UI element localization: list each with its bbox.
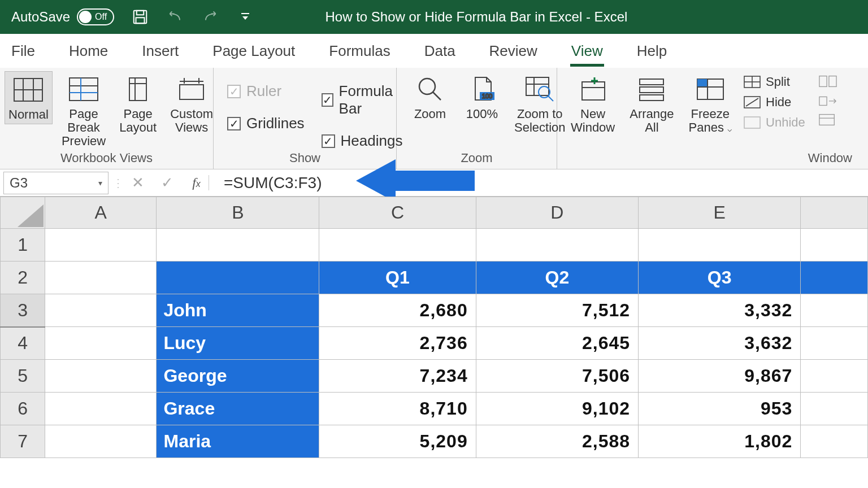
table-cell[interactable]: 7,506 (476, 360, 638, 393)
page-break-preview-button[interactable]: Page Break Preview (58, 71, 109, 151)
col-header-C[interactable]: C (319, 197, 476, 229)
row-header-7[interactable]: 7 (1, 425, 45, 458)
table-cell[interactable]: 5,209 (319, 425, 476, 458)
fx-icon[interactable]: fx (184, 175, 209, 190)
table-cell[interactable]: 9,867 (639, 360, 801, 393)
table-row-name[interactable]: Grace (157, 393, 319, 425)
svg-text:100: 100 (482, 93, 492, 99)
cell[interactable] (639, 229, 801, 262)
cell[interactable] (801, 425, 868, 458)
cell[interactable] (476, 229, 638, 262)
document-title: How to Show or Hide Formula Bar in Excel… (325, 9, 627, 25)
col-header-B[interactable]: B (157, 197, 319, 229)
page-layout-button[interactable]: Page Layout (115, 71, 161, 137)
table-cell[interactable]: 9,102 (476, 393, 638, 425)
split-button[interactable]: Split (743, 75, 805, 89)
tab-help[interactable]: Help (631, 38, 672, 64)
arrange-all-button[interactable]: Arrange All (626, 71, 677, 137)
tab-insert[interactable]: Insert (136, 38, 184, 64)
cell[interactable] (45, 294, 157, 327)
normal-view-button[interactable]: Normal (5, 71, 53, 124)
table-header-blank[interactable] (157, 262, 319, 294)
table-header-q1[interactable]: Q1 (319, 262, 476, 294)
redo-icon[interactable] (201, 8, 219, 26)
table-row-name[interactable]: John (157, 294, 319, 327)
cell[interactable] (801, 393, 868, 425)
col-header-A[interactable]: A (45, 197, 157, 229)
ribbon: Normal Page Break Preview Page Layout Cu… (0, 68, 868, 169)
cell[interactable] (319, 229, 476, 262)
reset-window-icon[interactable] (819, 113, 837, 127)
svg-rect-3 (241, 13, 249, 14)
table-cell[interactable]: 1,802 (639, 425, 801, 458)
autosave-toggle[interactable]: AutoSave Off (11, 8, 114, 25)
table-cell[interactable]: 2,588 (476, 425, 638, 458)
table-cell[interactable]: 2,736 (319, 327, 476, 360)
undo-icon[interactable] (166, 8, 184, 26)
row-header-6[interactable]: 6 (1, 393, 45, 425)
tab-data[interactable]: Data (419, 38, 461, 64)
cell[interactable] (801, 262, 868, 294)
cell[interactable] (45, 393, 157, 425)
cell[interactable] (45, 360, 157, 393)
cancel-formula-button[interactable]: ✕ (125, 172, 150, 194)
new-window-button[interactable]: New Window (567, 71, 618, 137)
table-row-name[interactable]: George (157, 360, 319, 393)
table-cell[interactable]: 7,512 (476, 294, 638, 327)
new-window-icon (573, 73, 613, 105)
cell[interactable] (157, 229, 319, 262)
tab-view[interactable]: View (566, 38, 609, 64)
tab-review[interactable]: Review (484, 38, 543, 64)
row-header-2[interactable]: 2 (1, 262, 45, 294)
table-cell[interactable]: 2,645 (476, 327, 638, 360)
col-header-F[interactable] (801, 197, 868, 229)
cell[interactable] (801, 327, 868, 360)
spreadsheet-grid[interactable]: A B C D E 1 2 Q1 Q2 Q3 3 Jo (0, 197, 868, 488)
table-cell[interactable]: 7,234 (319, 360, 476, 393)
table-cell[interactable]: 953 (639, 393, 801, 425)
tab-file[interactable]: File (6, 38, 41, 64)
cell[interactable] (45, 229, 157, 262)
col-header-E[interactable]: E (639, 197, 801, 229)
table-row-name[interactable]: Maria (157, 425, 319, 458)
formula-bar-checkbox[interactable]: ✓ Formula Bar (322, 82, 403, 117)
table-row-name[interactable]: Lucy (157, 327, 319, 360)
tab-page-layout[interactable]: Page Layout (207, 38, 301, 64)
toggle-switch[interactable]: Off (77, 8, 114, 25)
zoom-100-button[interactable]: 100 100% (459, 71, 505, 123)
tab-home[interactable]: Home (63, 38, 114, 64)
select-all-corner[interactable] (1, 197, 45, 229)
table-cell[interactable]: 2,680 (319, 294, 476, 327)
enter-formula-button[interactable]: ✓ (155, 172, 180, 194)
chevron-down-icon[interactable]: ▾ (98, 178, 102, 188)
row-header-5[interactable]: 5 (1, 360, 45, 393)
col-header-D[interactable]: D (476, 197, 638, 229)
table-cell[interactable]: 3,332 (639, 294, 801, 327)
formula-input[interactable]: =SUM(C3:F3) (216, 174, 865, 192)
cell[interactable] (45, 262, 157, 294)
cell[interactable] (45, 327, 157, 360)
row-header-3[interactable]: 3 (1, 294, 45, 327)
table-cell[interactable]: 8,710 (319, 393, 476, 425)
custom-views-button[interactable]: Custom Views (167, 71, 216, 137)
zoom-button[interactable]: Zoom (407, 71, 453, 123)
cell[interactable] (801, 294, 868, 327)
sync-scroll-icon[interactable] (819, 94, 837, 107)
customize-qat-icon[interactable] (236, 8, 254, 26)
cell[interactable] (801, 360, 868, 393)
table-header-q2[interactable]: Q2 (476, 262, 638, 294)
row-header-1[interactable]: 1 (1, 229, 45, 262)
cell[interactable] (45, 425, 157, 458)
hide-button[interactable]: Hide (743, 95, 805, 110)
table-cell[interactable]: 3,632 (639, 327, 801, 360)
row-header-4[interactable]: 4 (1, 327, 45, 360)
headings-checkbox[interactable]: ✓ Headings (322, 132, 403, 150)
side-by-side-icon[interactable] (819, 75, 837, 88)
table-header-q3[interactable]: Q3 (639, 262, 801, 294)
save-icon[interactable] (131, 8, 149, 26)
tab-formulas[interactable]: Formulas (323, 38, 396, 64)
cell[interactable] (801, 229, 868, 262)
name-box[interactable]: G3 ▾ (3, 172, 108, 194)
gridlines-checkbox[interactable]: ✓ Gridlines (227, 115, 305, 132)
freeze-panes-button[interactable]: * Freeze Panes ⌵ (685, 71, 736, 137)
